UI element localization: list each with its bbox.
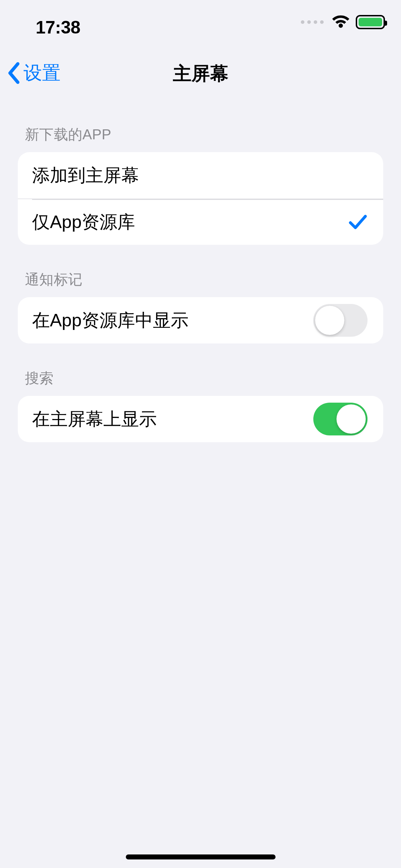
row-show-on-home-screen-label: 在主屏幕上显示 — [32, 407, 157, 431]
wifi-icon — [331, 15, 350, 29]
cellular-dots-icon — [301, 20, 324, 24]
option-add-to-home-label: 添加到主屏幕 — [32, 164, 139, 187]
option-app-library-only[interactable]: 仅App资源库 — [18, 198, 383, 245]
navigation-bar: 设置 主屏幕 — [0, 50, 401, 100]
section-header-badges: 通知标记 — [18, 245, 383, 297]
group-badges: 在App资源库中显示 — [18, 297, 383, 343]
option-app-library-only-label: 仅App资源库 — [32, 210, 135, 234]
row-show-on-home-screen: 在主屏幕上显示 — [18, 396, 383, 442]
status-bar: 17:38 — [0, 0, 401, 50]
row-show-in-app-library-label: 在App资源库中显示 — [32, 309, 189, 332]
page-title: 主屏幕 — [0, 61, 401, 86]
section-header-new-apps: 新下载的APP — [18, 100, 383, 152]
status-time: 17:38 — [36, 17, 80, 38]
row-show-in-app-library: 在App资源库中显示 — [18, 297, 383, 343]
checkmark-icon — [348, 213, 367, 231]
group-new-apps: 添加到主屏幕 仅App资源库 — [18, 152, 383, 245]
group-search: 在主屏幕上显示 — [18, 396, 383, 442]
toggle-show-in-app-library[interactable] — [313, 304, 367, 337]
home-indicator[interactable] — [126, 854, 276, 859]
status-right-cluster — [301, 15, 385, 29]
battery-icon — [356, 15, 385, 29]
option-add-to-home[interactable]: 添加到主屏幕 — [18, 152, 383, 198]
section-header-search: 搜索 — [18, 343, 383, 396]
toggle-show-on-home-screen[interactable] — [313, 403, 367, 435]
